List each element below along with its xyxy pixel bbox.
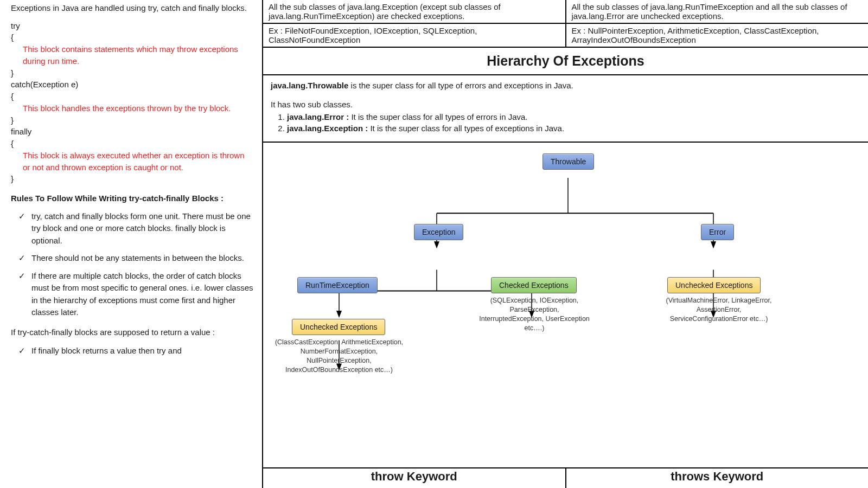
table-cell: All the sub classes of java.lang.RunTime… <box>566 0 869 23</box>
node-throwable: Throwable <box>542 153 594 170</box>
throwable-classname: java.lang.Throwable <box>271 81 348 90</box>
brace-close: } <box>11 67 254 79</box>
intro-text: Exceptions in Java are handled using try… <box>11 2 254 15</box>
throw-heading: throw Keyword <box>263 468 566 488</box>
finally-comment: This block is always executed whether an… <box>11 150 251 174</box>
kw-catch: catch(Exception e) <box>11 79 254 91</box>
node-checked-exceptions: Checked Exceptions <box>491 277 577 293</box>
exception-desc: It is the super class for all types of e… <box>370 124 564 133</box>
return-heading: If try-catch-finally blocks are supposed… <box>11 326 254 339</box>
caption-checked: (SQLException, IOException, ParseExcepti… <box>477 296 591 333</box>
caption-error: (VirtualMachineError, LinkageError, Asse… <box>662 296 776 324</box>
rule-item: If there are multiple catch blocks, the … <box>11 270 254 319</box>
node-runtimeexception: RunTimeException <box>297 277 378 293</box>
brace-close: } <box>11 114 254 126</box>
exception-classname: java.lang.Exception : <box>287 124 370 133</box>
hierarchy-intro: java.lang.Throwable is the super class f… <box>263 75 868 143</box>
error-desc: It is the super class for all types of e… <box>351 112 527 121</box>
svg-marker-3 <box>434 241 439 248</box>
brace-open: { <box>11 138 254 150</box>
subclasses-note: It has two sub classes. <box>271 100 860 109</box>
brace-open: { <box>11 91 254 102</box>
brace-open: { <box>11 31 254 43</box>
hierarchy-item: java.lang.Error : It is the super class … <box>287 112 860 121</box>
rule-item: There should not be any statements in be… <box>11 252 254 265</box>
document-page: Exceptions in Java are handled using try… <box>0 0 868 488</box>
node-exception: Exception <box>414 224 463 240</box>
checked-vs-unchecked-table: All the sub classes of java.lang.Excepti… <box>263 0 868 48</box>
code-sample: try { This block contains statements whi… <box>11 20 254 185</box>
rule-item: try, catch and finally blocks form one u… <box>11 210 254 247</box>
return-note: If finally block returns a value then tr… <box>11 345 254 357</box>
svg-marker-5 <box>711 241 716 248</box>
footer-headings: throw Keyword throws Keyword <box>263 468 868 488</box>
brace-close: } <box>11 173 254 185</box>
node-error: Error <box>701 224 734 240</box>
kw-finally: finally <box>11 126 254 138</box>
hierarchy-diagram: Throwable Exception Error RunTimeExcepti… <box>263 143 868 468</box>
rules-list: try, catch and finally blocks form one u… <box>11 210 254 319</box>
throwable-desc: is the super class for all type of error… <box>351 81 573 90</box>
kw-try: try <box>11 20 254 32</box>
node-unchecked-error: Unchecked Exceptions <box>667 277 761 293</box>
throws-heading: throws Keyword <box>566 468 869 488</box>
try-comment: This block contains statements which may… <box>11 43 251 67</box>
table-cell: Ex : FileNotFoundException, IOException,… <box>263 23 566 47</box>
svg-marker-9 <box>336 311 342 318</box>
hierarchy-title: Hierarchy Of Exceptions <box>263 48 868 75</box>
error-classname: java.lang.Error : <box>287 112 351 121</box>
catch-comment: This block handles the exceptions thrown… <box>11 102 251 114</box>
left-column: Exceptions in Java are handled using try… <box>0 0 263 488</box>
node-unchecked-runtime: Unchecked Exceptions <box>292 319 385 335</box>
table-cell: Ex : NullPointerException, ArithmeticExc… <box>566 23 869 47</box>
return-list: If finally block returns a value then tr… <box>11 345 254 357</box>
table-cell: All the sub classes of java.lang.Excepti… <box>263 0 566 23</box>
rules-heading: Rules To Follow While Writing try-catch-… <box>11 192 254 205</box>
right-column: All the sub classes of java.lang.Excepti… <box>263 0 868 488</box>
hierarchy-item: java.lang.Exception : It is the super cl… <box>287 124 860 133</box>
caption-runtime: (ClassCastException, ArithmeticException… <box>271 338 407 375</box>
